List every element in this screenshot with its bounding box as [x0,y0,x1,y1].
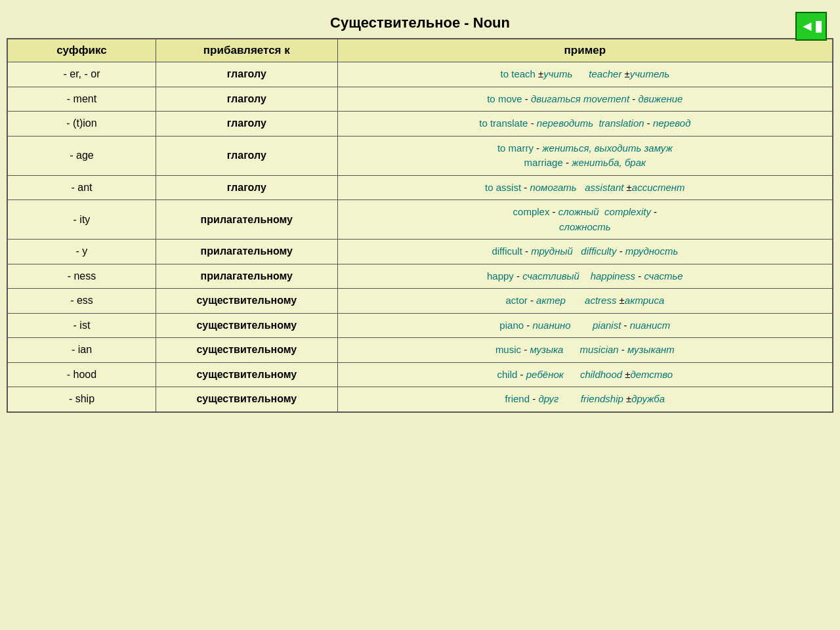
header-example: пример [337,39,833,62]
added-to-cell: существительному [156,387,337,412]
table-row: - ageглаголуto marry - жениться, выходит… [7,136,833,175]
suffix-cell: - er, - or [7,62,156,87]
table-row: - er, - orглаголуto teach ±учить teacher… [7,62,833,87]
noun-suffixes-table: суффикс прибавляется к пример - er, - or… [7,38,833,413]
example-cell: happy - счастливый happiness - счастье [337,264,833,289]
added-to-cell: глаголу [156,62,337,87]
example-cell: to teach ±учить teacher ±учитель [337,62,833,87]
suffix-cell: - ment [7,87,156,112]
table-row: - antглаголуto assist - помогать assista… [7,175,833,200]
table-row: - istсуществительномуpiano - пианино pia… [7,313,833,338]
example-cell: difficult - трудный difficulty - труднос… [337,240,833,264]
example-cell: actor - актер actress ±актриса [337,289,833,314]
added-to-cell: существительному [156,362,337,387]
header-suffix: суффикс [7,39,156,62]
table-row: - mentглаголуto move - двигаться movemen… [7,87,833,112]
table-row: - ianсуществительномуmusic - музыка musi… [7,338,833,363]
suffix-cell: - ian [7,338,156,363]
suffix-cell: - ship [7,387,156,412]
added-to-cell: прилагательному [156,200,337,240]
table-row: - yприлагательномуdifficult - трудный di… [7,240,833,264]
example-cell: to translate - переводить translation - … [337,112,833,136]
added-to-cell: глаголу [156,87,337,112]
suffix-cell: - ess [7,289,156,314]
table-row: - shipсуществительномуfriend - друг frie… [7,387,833,412]
added-to-cell: существительному [156,313,337,338]
suffix-cell: - (t)ion [7,112,156,136]
page-title: Существительное - Noun [330,14,510,32]
added-to-cell: прилагательному [156,240,337,264]
table-row: - hoodсуществительномуchild - ребёнок ch… [7,362,833,387]
table-header-row: суффикс прибавляется к пример [7,39,833,62]
example-cell: to marry - жениться, выходить замужmarri… [337,136,833,175]
added-to-cell: глаголу [156,175,337,200]
example-cell: to assist - помогать assistant ±ассистен… [337,175,833,200]
table-row: - nessприлагательномуhappy - счастливый … [7,264,833,289]
example-cell: to move - двигаться movement - движение [337,87,833,112]
example-cell: complex - сложный complexity -сложность [337,200,833,240]
added-to-cell: глаголу [156,112,337,136]
added-to-cell: существительному [156,338,337,363]
example-cell: music - музыка musician - музыкант [337,338,833,363]
table-row: - (t)ionглаголуto translate - переводить… [7,112,833,136]
example-cell: piano - пианино pianist - пианист [337,313,833,338]
example-cell: child - ребёнок childhood ±детство [337,362,833,387]
suffix-cell: - y [7,240,156,264]
example-cell: friend - друг friendship ±дружба [337,387,833,412]
suffix-cell: - ity [7,200,156,240]
suffix-cell: - ist [7,313,156,338]
nav-back-button[interactable]: ◄▮ [795,12,827,41]
added-to-cell: прилагательному [156,264,337,289]
added-to-cell: существительному [156,289,337,314]
suffix-cell: - age [7,136,156,175]
header-added-to: прибавляется к [156,39,337,62]
table-row: - essсуществительномуactor - актер actre… [7,289,833,314]
page-header: Существительное - Noun ◄▮ [7,7,833,38]
suffix-cell: - ant [7,175,156,200]
table-row: - ityприлагательномуcomplex - сложный co… [7,200,833,240]
suffix-cell: - hood [7,362,156,387]
suffix-cell: - ness [7,264,156,289]
added-to-cell: глаголу [156,136,337,175]
